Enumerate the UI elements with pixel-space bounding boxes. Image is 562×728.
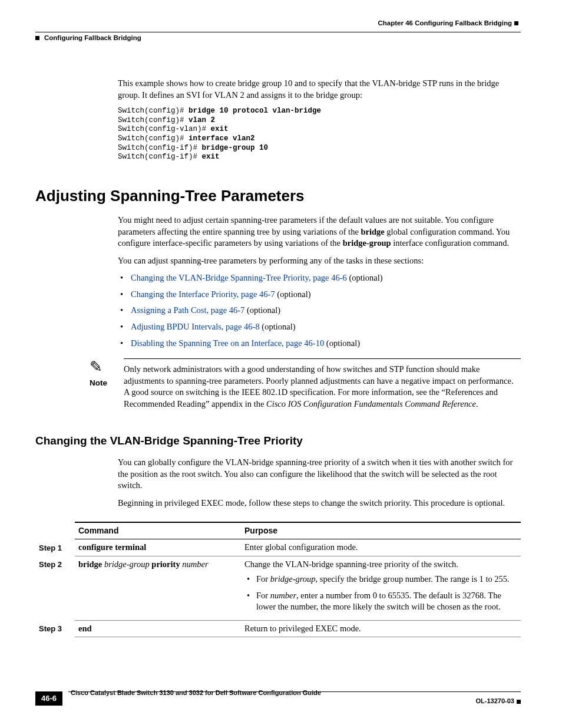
note-icon-column: ✎ Note (90, 358, 124, 410)
list-item: Changing the VLAN-Bridge Spanning-Tree P… (118, 272, 521, 284)
steps-table: Command Purpose Step 1 configure termina… (35, 522, 521, 637)
list-item: Adjusting BPDU Intervals, page 46-8 (opt… (118, 321, 521, 333)
page: Chapter 46 Configuring Fallback Bridging… (0, 0, 562, 728)
note-body: Only network administrators with a good … (124, 358, 521, 410)
section-body: You might need to adjust certain spannin… (118, 215, 521, 349)
list-item: Changing the Interface Priority, page 46… (118, 289, 521, 301)
purpose-cell: Return to privileged EXEC mode. (241, 620, 521, 637)
paragraph: You can adjust spanning-tree parameters … (118, 255, 521, 267)
intro-paragraph: This example shows how to create bridge … (118, 78, 521, 101)
command-cell: configure terminal (75, 539, 241, 556)
header-marker-icon (514, 21, 518, 25)
command-cell: end (75, 620, 241, 637)
step-label: Step 2 (35, 556, 75, 620)
table-row: Step 3 end Return to privileged EXEC mod… (35, 620, 521, 637)
paragraph: Beginning in privileged EXEC mode, follo… (118, 498, 521, 509)
step-label: Step 1 (35, 539, 75, 556)
command-cell: bridge bridge-group priority number (75, 556, 241, 620)
footer-doc-code: OL-13270-03 (476, 697, 521, 706)
chapter-text: Chapter 46 Configuring Fallback Bridging (378, 19, 512, 27)
step-header (35, 522, 75, 539)
page-footer: 46-6 Cisco Catalyst Blade Switch 3130 an… (35, 691, 521, 706)
xref-link[interactable]: Adjusting BPDU Intervals, page 46-8 (131, 322, 260, 331)
purpose-cell: Change the VLAN-bridge spanning-tree pri… (241, 556, 521, 620)
heading-changing-priority: Changing the VLAN-Bridge Spanning-Tree P… (35, 433, 521, 449)
xref-link[interactable]: Changing the VLAN-Bridge Spanning-Tree P… (131, 273, 347, 282)
footer-title: Cisco Catalyst Blade Switch 3130 and 303… (71, 689, 321, 697)
pen-icon: ✎ (90, 360, 103, 375)
task-list: Changing the VLAN-Bridge Spanning-Tree P… (118, 272, 521, 349)
header-section: Configuring Fallback Bridging (35, 32, 521, 43)
list-item: Assigning a Path Cost, page 46-7 (option… (118, 305, 521, 317)
table-header-row: Command Purpose (35, 522, 521, 539)
intro-block: This example shows how to create bridge … (118, 78, 521, 162)
purpose-cell: Enter global configuration mode. (241, 539, 521, 556)
section-text: Configuring Fallback Bridging (44, 34, 141, 43)
page-number-badge: 46-6 (35, 691, 62, 706)
step-label: Step 3 (35, 620, 75, 637)
table-row: Step 1 configure terminal Enter global c… (35, 539, 521, 556)
page-header: Chapter 46 Configuring Fallback Bridging… (35, 19, 521, 42)
header-marker-icon (35, 36, 39, 40)
note-label: Note (90, 378, 124, 388)
footer-marker-icon (517, 700, 521, 704)
code-example: Switch(config)# bridge 10 protocol vlan-… (118, 107, 521, 162)
list-item: For number, enter a number from 0 to 655… (244, 590, 517, 613)
xref-link[interactable]: Assigning a Path Cost, page 46-7 (131, 305, 244, 315)
note-block: ✎ Note Only network administrators with … (90, 358, 521, 410)
list-item: For bridge-group, specify the bridge gro… (244, 574, 517, 585)
paragraph: You might need to adjust certain spannin… (118, 215, 521, 249)
command-header: Command (75, 522, 241, 539)
subsection-body: You can globally configure the VLAN-brid… (118, 457, 521, 509)
list-item: Disabling the Spanning Tree on an Interf… (118, 338, 521, 350)
paragraph: You can globally configure the VLAN-brid… (118, 457, 521, 492)
header-chapter: Chapter 46 Configuring Fallback Bridging (35, 19, 521, 28)
table-row: Step 2 bridge bridge-group priority numb… (35, 556, 521, 620)
heading-adjusting-spanning-tree: Adjusting Spanning-Tree Parameters (35, 186, 521, 206)
xref-link[interactable]: Disabling the Spanning Tree on an Interf… (131, 338, 324, 348)
xref-link[interactable]: Changing the Interface Priority, page 46… (131, 289, 275, 299)
purpose-header: Purpose (241, 522, 521, 539)
